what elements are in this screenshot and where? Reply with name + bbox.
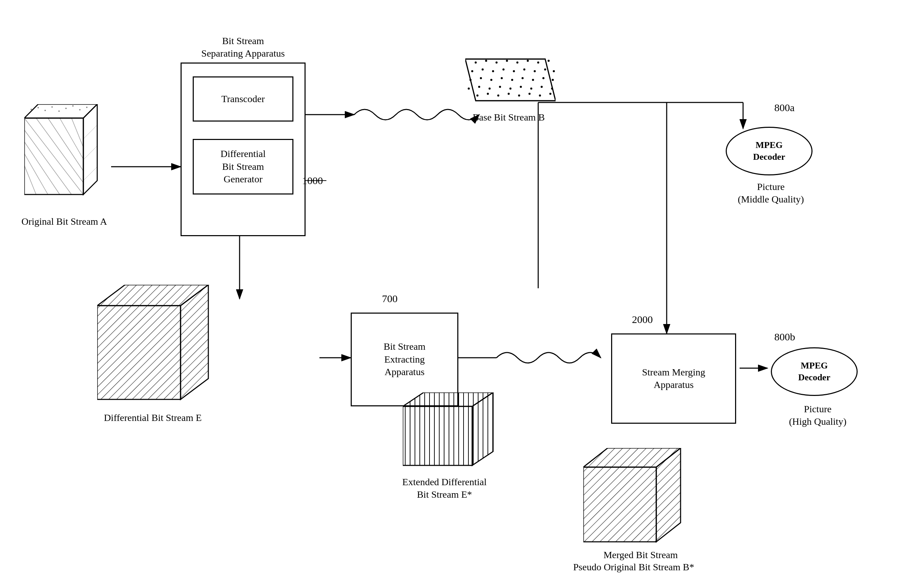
- picture-high-label: Picture (High Quality): [764, 403, 871, 428]
- svg-point-50: [481, 68, 484, 71]
- svg-point-51: [492, 70, 494, 72]
- svg-line-34: [83, 104, 97, 118]
- svg-line-38: [83, 180, 97, 195]
- svg-point-59: [480, 77, 482, 79]
- svg-point-56: [544, 68, 546, 71]
- mpeg-decoder-a-label: MPEG Decoder: [753, 139, 785, 163]
- svg-point-30: [65, 108, 67, 109]
- ref-700: 700: [382, 292, 410, 305]
- ref-2000: 2000: [632, 313, 667, 326]
- svg-point-80: [518, 95, 520, 97]
- svg-point-68: [478, 86, 480, 88]
- svg-point-67: [468, 87, 470, 90]
- bit-stream-extracting-label: Bit Stream Extracting Apparatus: [384, 340, 426, 378]
- svg-line-20: [24, 130, 71, 195]
- svg-point-64: [532, 79, 534, 81]
- differential-generator-label: Differential Bit Stream Generator: [221, 148, 266, 185]
- svg-line-16: [36, 118, 83, 183]
- base-bit-stream-shape: [465, 52, 555, 108]
- svg-point-73: [530, 87, 532, 90]
- separating-apparatus-label: Bit Stream Separating Apparatus: [180, 35, 306, 60]
- svg-point-75: [551, 87, 553, 90]
- svg-point-57: [553, 70, 555, 72]
- svg-point-25: [31, 109, 32, 110]
- svg-point-70: [499, 86, 501, 88]
- svg-point-33: [86, 106, 87, 108]
- svg-rect-24: [24, 104, 97, 118]
- svg-point-53: [513, 70, 515, 72]
- svg-line-17: [48, 118, 83, 171]
- svg-line-37: [83, 167, 97, 180]
- original-bit-stream-label: Original Bit Stream A: [18, 215, 111, 228]
- svg-marker-40: [465, 59, 555, 101]
- svg-marker-39: [465, 59, 555, 101]
- svg-point-69: [489, 87, 491, 90]
- mpeg-decoder-b-label: MPEG Decoder: [798, 360, 830, 383]
- svg-point-54: [523, 68, 525, 71]
- svg-point-47: [537, 61, 539, 64]
- svg-point-77: [487, 93, 489, 95]
- svg-point-55: [534, 70, 536, 72]
- svg-point-72: [520, 86, 522, 88]
- svg-point-82: [539, 95, 541, 97]
- svg-point-79: [508, 93, 510, 95]
- transcoder-label: Transcoder: [222, 93, 265, 105]
- mpeg-decoder-b: MPEG Decoder: [771, 347, 858, 396]
- mpeg-decoder-a: MPEG Decoder: [726, 127, 813, 176]
- svg-point-48: [547, 60, 550, 62]
- svg-line-36: [83, 146, 97, 160]
- svg-point-31: [72, 105, 74, 106]
- svg-point-76: [477, 95, 478, 97]
- merged-bit-stream-label: Merged Bit Stream: [590, 549, 691, 561]
- diagram-container: Original Bit Stream A Bit Stream Separat…: [0, 0, 908, 588]
- pseudo-original-label: Pseudo Original Bit Stream B*: [562, 561, 705, 574]
- svg-point-71: [509, 87, 512, 90]
- svg-point-49: [471, 70, 473, 72]
- svg-point-63: [522, 77, 523, 79]
- transcoder-box: Transcoder: [193, 76, 293, 122]
- pseudo-original-shape: [583, 448, 687, 545]
- svg-point-44: [506, 60, 508, 62]
- svg-line-23: [24, 165, 36, 195]
- svg-rect-85: [97, 306, 180, 400]
- differential-bit-stream-label: Differential Bit Stream E: [87, 412, 219, 424]
- svg-point-41: [475, 61, 477, 64]
- picture-middle-label: Picture (Middle Quality): [715, 180, 826, 206]
- svg-point-74: [541, 86, 543, 88]
- extended-differential-shape: [403, 393, 500, 469]
- extended-differential-label: Extended Differential Bit Stream E*: [382, 476, 507, 501]
- svg-point-66: [552, 79, 554, 81]
- svg-point-78: [497, 95, 499, 97]
- original-bit-stream-shape: [24, 104, 104, 201]
- svg-point-45: [516, 61, 518, 64]
- stream-merging-label: Stream Merging Apparatus: [642, 366, 705, 391]
- svg-rect-89: [403, 406, 472, 466]
- svg-line-21: [24, 142, 60, 195]
- svg-point-28: [52, 106, 53, 108]
- svg-point-42: [485, 60, 487, 62]
- stream-merging-box: Stream Merging Apparatus: [611, 333, 736, 424]
- ref-800b: 800b: [774, 330, 809, 343]
- ref-800a: 800a: [774, 101, 809, 114]
- svg-marker-87: [180, 285, 208, 400]
- svg-point-83: [549, 93, 551, 95]
- svg-point-46: [527, 60, 529, 62]
- svg-point-52: [502, 68, 504, 71]
- svg-line-19: [71, 118, 83, 147]
- svg-point-26: [37, 107, 39, 108]
- base-bit-stream-label: Base Bit Stream B: [462, 111, 555, 124]
- svg-point-81: [528, 93, 531, 95]
- svg-marker-14: [83, 104, 97, 195]
- svg-point-62: [511, 79, 513, 81]
- svg-point-58: [470, 79, 472, 81]
- differential-generator-box: Differential Bit Stream Generator: [193, 139, 293, 195]
- svg-point-43: [496, 61, 497, 64]
- svg-point-32: [79, 109, 80, 110]
- ref-1000: 1000: [302, 174, 337, 187]
- svg-point-65: [543, 77, 544, 79]
- svg-marker-13: [24, 104, 97, 118]
- svg-point-61: [501, 77, 503, 79]
- svg-line-35: [83, 125, 97, 139]
- differential-bit-stream-shape: [97, 285, 215, 403]
- svg-point-60: [490, 79, 493, 81]
